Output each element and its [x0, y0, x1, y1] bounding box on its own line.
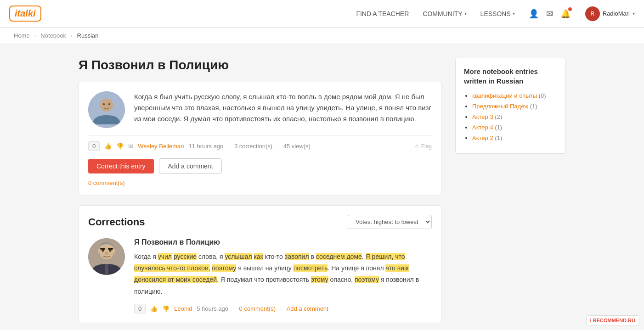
entry-avatar	[88, 91, 125, 128]
breadcrumb-home[interactable]: Home	[14, 32, 30, 39]
correction-text: Когда я учил русские слова, я услышал ка…	[134, 251, 432, 297]
entry-time: 11 hours ago	[188, 143, 223, 150]
thumbs-down-icon[interactable]: 👎	[116, 143, 124, 150]
mail-icon[interactable]: ✉	[546, 9, 553, 19]
correction-vote[interactable]: 0	[134, 304, 146, 313]
breadcrumb-notebook[interactable]: Notebook	[40, 32, 66, 39]
highlight-underline-д: д	[234, 276, 237, 283]
sidebar-link-2[interactable]: Предложный Падеж	[472, 103, 528, 110]
sidebar-list: квалификации и опыты (0) Предложный Паде…	[464, 92, 557, 141]
entry-views: 45 view(s)	[283, 143, 311, 150]
svg-point-3	[108, 103, 110, 105]
correction-avatar	[88, 238, 125, 275]
meta-sep-2: ·	[277, 143, 279, 150]
highlight-как: как	[254, 253, 263, 260]
highlight-поэтому2: поэтому	[355, 276, 379, 283]
breadcrumb-sep-1: ›	[34, 32, 36, 39]
breadcrumb: Home › Notebook › Russian	[0, 28, 644, 44]
logo-area: italki	[9, 6, 41, 22]
correction-add-comment[interactable]: Add a comment	[287, 305, 328, 312]
list-item: Актер 3 (2)	[472, 113, 557, 120]
highlight-посмотреть: посмотреть	[294, 264, 328, 272]
sidebar-link-1[interactable]: квалификации и опыты	[472, 92, 537, 99]
people-icon[interactable]: 👤	[529, 9, 539, 19]
correction-comments-count[interactable]: 0 comment(s)	[239, 305, 276, 312]
highlight-завопил: завопил	[285, 253, 309, 260]
sidebar: More notebook entries written in Russian…	[455, 58, 565, 323]
watermark-text: RECOMMEND.RU	[593, 318, 635, 323]
correction-meta: 0 👍 👎 Leonid 5 hours ago · 0 comment(s) …	[134, 304, 432, 313]
correction-thumbs-up-icon[interactable]: 👍	[150, 305, 158, 312]
highlight-русские: русские	[174, 253, 197, 260]
meta-sep-1: ·	[228, 143, 230, 150]
corrections-card: Corrections Votes: highest to lowest Vot…	[79, 205, 441, 323]
correction-item: Я Позвонил в Полицию Когда я учил русски…	[88, 238, 432, 313]
page-title: Я Позвонил в Полицию	[79, 58, 441, 73]
correct-entry-button[interactable]: Correct this entry	[88, 159, 154, 173]
nav-lessons[interactable]: LESSONS ▾	[480, 10, 515, 17]
svg-point-1	[100, 99, 113, 112]
sidebar-card: More notebook entries written in Russian…	[455, 58, 565, 154]
username: RadioMari	[603, 10, 630, 17]
thumbs-up-icon[interactable]: 👍	[104, 143, 112, 150]
nav: FIND A TEACHER COMMUNITY ▾ LESSONS ▾	[356, 10, 514, 17]
add-comment-button[interactable]: Add a comment	[159, 158, 221, 174]
logo[interactable]: italki	[9, 6, 41, 22]
list-item: Актер 4 (1)	[472, 124, 557, 131]
user-dropdown-icon: ▾	[633, 11, 635, 16]
svg-point-10	[105, 252, 108, 255]
list-item: Предложный Падеж (1)	[472, 103, 557, 110]
svg-rect-13	[105, 264, 108, 275]
sidebar-count-2: (1)	[530, 103, 537, 110]
correction-meta-sep: ·	[233, 305, 235, 312]
list-item: Актер 2 (1)	[472, 134, 557, 141]
entry-card: Когда я был учить русскую слову, я слыша…	[79, 82, 441, 196]
svg-point-2	[103, 103, 105, 105]
content-area: Я Позвонил в Полицию Когда я был	[79, 58, 441, 323]
avatar: R	[585, 6, 600, 21]
highlight-учил: учил	[158, 253, 172, 260]
entry-meta: 0 👍 👎 ✉ Wesley Belleman 11 hours ago · 3…	[88, 135, 432, 151]
message-icon[interactable]: ✉	[128, 143, 133, 150]
breadcrumb-current: Russian	[77, 32, 99, 39]
nav-community[interactable]: COMMUNITY ▾	[423, 10, 466, 17]
entry-header: Когда я был учить русскую слову, я слыша…	[88, 91, 432, 128]
main-container: Я Позвонил в Полицию Когда я был	[69, 44, 575, 330]
entry-actions: Correct this entry Add a comment	[88, 151, 432, 174]
flag-button[interactable]: ⚠ Flag	[414, 143, 432, 150]
breadcrumb-sep-2: ›	[71, 32, 73, 39]
correction-time: 5 hours ago	[197, 305, 228, 312]
notification-dot	[568, 7, 572, 11]
svg-rect-6	[100, 248, 105, 250]
comments-count[interactable]: 0 comment(s)	[88, 179, 432, 186]
community-dropdown-icon: ▾	[464, 11, 467, 16]
svg-point-8	[102, 250, 104, 252]
watermark-i: i	[590, 318, 592, 323]
entry-author[interactable]: Wesley Belleman	[138, 143, 184, 150]
sort-select[interactable]: Votes: highest to lowest Votes: lowest t…	[348, 215, 432, 229]
sidebar-link-3[interactable]: Актер 3	[472, 113, 493, 120]
sidebar-link-5[interactable]: Актер 2	[472, 134, 493, 141]
highlight-этому: этому	[311, 276, 328, 283]
sidebar-count-4: (1)	[495, 124, 502, 131]
nav-find-teacher[interactable]: FIND A TEACHER	[356, 10, 409, 17]
watermark: i RECOMMEND.RU	[586, 315, 639, 325]
header-icons: 👤 ✉ 🔔 R RadioMari ▾	[529, 6, 635, 21]
entry-vote[interactable]: 0	[88, 141, 100, 151]
highlight-соседнем: соседнем доме	[316, 253, 362, 260]
entry-body: Когда я был учить русскую слову, я слыша…	[134, 91, 432, 128]
correction-title: Я Позвонил в Полицию	[134, 238, 432, 246]
user-area[interactable]: R RadioMari ▾	[585, 6, 635, 21]
corrections-title: Corrections	[88, 216, 145, 228]
sidebar-title: More notebook entries written in Russian	[464, 67, 557, 86]
highlight-поэтому: поэтому	[212, 264, 236, 272]
sidebar-link-4[interactable]: Актер 4	[472, 124, 493, 131]
bell-icon[interactable]: 🔔	[560, 9, 571, 19]
correction-thumbs-down-icon[interactable]: 👎	[162, 305, 169, 312]
nav-community-label: COMMUNITY	[423, 10, 462, 17]
sidebar-count-5: (1)	[495, 134, 502, 141]
list-item: квалификации и опыты (0)	[472, 92, 557, 99]
sidebar-count-1: (0)	[539, 92, 546, 99]
correction-author[interactable]: Leonid	[174, 305, 192, 312]
lessons-dropdown-icon: ▾	[513, 11, 515, 16]
